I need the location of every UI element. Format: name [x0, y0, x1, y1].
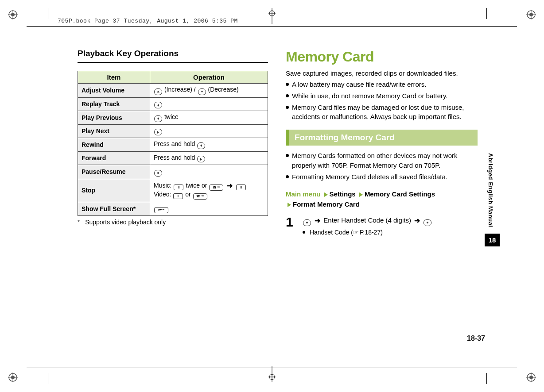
nav-left-key-icon [197, 142, 205, 149]
crop-mark-bl [8, 373, 18, 382]
camera-key-icon: ◘ᵐᵉᵐ [154, 207, 168, 213]
softkey-icon [174, 184, 183, 190]
nav-center-key-icon [424, 219, 431, 226]
table-row: Show Full Screen*◘ᵐᵉᵐ [78, 202, 268, 215]
nav-down-key-icon [198, 88, 206, 95]
call-hold-key-icon: ☎ ʰᴸᴰ [193, 193, 207, 200]
crop-mark-tr [526, 10, 536, 19]
menu-arrow-icon [359, 192, 363, 197]
list-item: While in use, do not remove Memory Card … [286, 91, 478, 101]
nav-right-key-icon [197, 156, 205, 162]
operation-cell [150, 124, 268, 138]
nav-center-key-icon [303, 219, 311, 226]
menu-path-segment: Settings [330, 190, 356, 198]
item-cell: Forward [78, 151, 150, 165]
center-mark-icon [267, 8, 277, 26]
softkey-icon [236, 184, 246, 190]
menu-arrow-icon [288, 203, 291, 207]
footnote-text: Supports video playback only [85, 219, 166, 226]
item-cell: Show Full Screen* [78, 202, 150, 215]
page-header: 705P.book Page 37 Tuesday, August 1, 200… [58, 18, 238, 24]
item-cell: Stop [78, 179, 150, 202]
table-row: Play Next [78, 124, 268, 138]
item-cell: Pause/Resume [78, 165, 150, 179]
page-number: 18-37 [467, 334, 485, 342]
call-hold-key-icon: ☎ ʰᴸᴰ [209, 184, 223, 191]
operation-cell [150, 165, 268, 179]
table-row: ForwardPress and hold [78, 151, 268, 165]
menu-arrow-icon [324, 192, 328, 197]
th-operation: Operation [150, 71, 268, 84]
table-row: Replay Track [78, 97, 268, 111]
operation-cell [150, 97, 268, 111]
operation-cell: Music: twice or ☎ ʰᴸᴰ ➜ Video: or ☎ ʰᴸᴰ [150, 179, 268, 202]
playback-heading: Playback Key Operations [78, 49, 268, 58]
item-cell: Play Previous [78, 111, 150, 125]
trim-line [486, 8, 487, 19]
operation-cell: ◘ᵐᵉᵐ [150, 202, 268, 215]
step-1: 1 ➜ Enter Handset Code (4 digits) ➜ Hand… [286, 215, 478, 237]
trim-line [486, 373, 487, 384]
softkey-icon [173, 193, 183, 199]
step-number: 1 [286, 215, 297, 229]
heading-rule [78, 62, 268, 63]
step-body: ➜ Enter Handset Code (4 digits) ➜ [303, 215, 478, 226]
table-row: Pause/Resume [78, 165, 268, 179]
item-cell: Adjust Volume [78, 84, 150, 98]
trim-line [48, 8, 48, 19]
center-mark-icon [267, 366, 277, 384]
nav-left-key-icon [154, 102, 162, 108]
chapter-number: 18 [485, 234, 500, 246]
memory-notes-list: A low battery may cause file read/write … [286, 80, 478, 122]
operations-table: Item Operation Adjust Volume (Increase) … [78, 71, 268, 216]
list-item: Formatting Memory Card deletes all saved… [286, 172, 478, 182]
table-row: Adjust Volume (Increase) / (Decrease) [78, 84, 268, 98]
crop-mark-tl [8, 10, 18, 19]
nav-center-key-icon [154, 170, 162, 177]
memory-card-heading: Memory Card [286, 49, 478, 65]
step-sub: Handset Code (☞P.18-27) [303, 228, 478, 237]
nav-left-key-icon [154, 115, 162, 122]
list-item: Memory Card files may be damaged or lost… [286, 103, 478, 122]
list-item: Memory Cards formatted on other devices … [286, 151, 478, 170]
footnote: * Supports video playback only [78, 219, 268, 226]
nav-up-key-icon [154, 88, 162, 95]
side-tab: Abridged English Manual [486, 145, 495, 235]
menu-path-segment: Format Memory Card [293, 200, 360, 208]
item-cell: Play Next [78, 124, 150, 138]
crop-mark-br [526, 373, 536, 382]
table-row: Play Previous twice [78, 111, 268, 125]
table-row: RewindPress and hold [78, 138, 268, 152]
operation-cell: twice [150, 111, 268, 125]
nav-right-key-icon [154, 129, 162, 135]
operation-cell: (Increase) / (Decrease) [150, 84, 268, 98]
th-item: Item [78, 71, 150, 84]
pointer-icon: ☞ [353, 228, 359, 237]
arrow-right-icon: ➜ [315, 215, 320, 226]
operation-cell: Press and hold [150, 151, 268, 165]
formatting-subheader: Formatting Memory Card [286, 130, 478, 146]
item-cell: Replay Track [78, 97, 150, 111]
arrow-right-icon: ➜ [227, 181, 233, 190]
arrow-right-icon: ➜ [414, 215, 420, 226]
intro-text: Save captured images, recorded clips or … [286, 69, 478, 77]
trim-line [48, 373, 48, 384]
menu-path-segment: Main menu [286, 190, 320, 198]
menu-path-segment: Memory Card Settings [365, 190, 435, 198]
footnote-marker: * [78, 219, 80, 226]
operation-cell: Press and hold [150, 138, 268, 152]
table-row: StopMusic: twice or ☎ ʰᴸᴰ ➜ Video: or ☎ … [78, 179, 268, 202]
list-item: A low battery may cause file read/write … [286, 80, 478, 89]
formatting-notes-list: Memory Cards formatted on other devices … [286, 151, 478, 181]
item-cell: Rewind [78, 138, 150, 152]
side-label: Abridged English Manual [487, 153, 494, 227]
trim-line [27, 26, 517, 27]
menu-path: Main menu Settings Memory Card Settings … [286, 189, 478, 209]
